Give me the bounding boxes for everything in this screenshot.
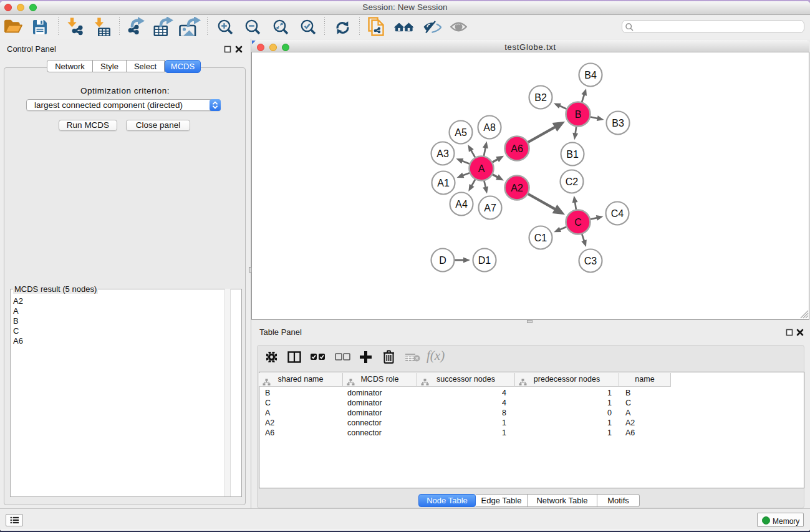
- svg-text:A8: A8: [483, 122, 496, 133]
- svg-text:A1: A1: [437, 178, 450, 188]
- svg-text:B: B: [575, 109, 582, 120]
- svg-text:B4: B4: [584, 70, 597, 80]
- svg-text:C4: C4: [611, 208, 624, 219]
- svg-text:C: C: [574, 217, 582, 228]
- svg-text:A5: A5: [455, 127, 467, 138]
- svg-text:B2: B2: [534, 92, 547, 103]
- svg-text:C3: C3: [584, 256, 597, 266]
- svg-text:A3: A3: [436, 148, 449, 159]
- svg-text:A4: A4: [455, 199, 468, 210]
- svg-text:D: D: [439, 255, 446, 266]
- svg-text:B3: B3: [612, 118, 624, 128]
- svg-text:A: A: [478, 163, 485, 174]
- svg-text:A2: A2: [511, 183, 523, 193]
- svg-text:C1: C1: [534, 233, 547, 243]
- svg-text:A7: A7: [484, 203, 496, 213]
- svg-text:A6: A6: [511, 143, 523, 154]
- svg-text:B1: B1: [566, 149, 579, 160]
- svg-text:D1: D1: [478, 255, 491, 266]
- svg-text:C2: C2: [566, 177, 579, 187]
